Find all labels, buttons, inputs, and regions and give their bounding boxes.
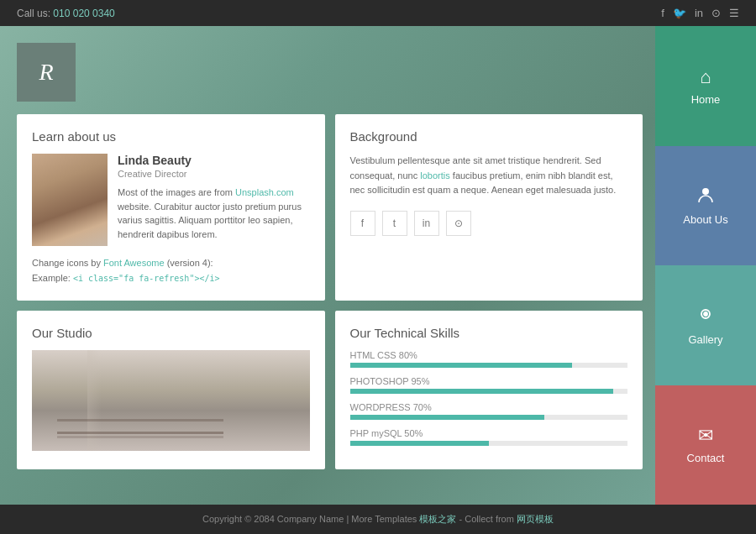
footer-text: Copyright © 2084 Company Name | More Tem… (202, 514, 417, 524)
profile-section: Linda Beauty Creative Director Most of t… (32, 154, 310, 246)
sidebar: ⌂ Home About Us Gallery ✉ Contact (655, 26, 756, 505)
footer-link1[interactable]: 模板之家 (419, 514, 456, 524)
footer: Copyright © 2084 Company Name | More Tem… (0, 505, 756, 534)
skill-label: PHP mySQL 50% (350, 428, 628, 438)
bg-dribbble-btn[interactable]: ⊙ (446, 211, 471, 236)
desc-text2: website. Curabitur auctor justo pretium … (118, 202, 302, 239)
skill-label: PHOTOSHOP 95% (350, 376, 628, 386)
about-icon (696, 186, 715, 208)
logo-box: R (17, 43, 76, 102)
skills-card-title: Our Technical Skills (350, 326, 628, 340)
profile-role: Creative Director (118, 169, 310, 179)
call-label: Call us: (17, 8, 50, 19)
skill-bar-bg (350, 441, 628, 446)
change-label: Change icons by (32, 258, 101, 268)
profile-image (32, 154, 108, 246)
profile-info: Linda Beauty Creative Director Most of t… (118, 154, 310, 246)
contact-label: Contact (687, 452, 725, 464)
profile-desc: Most of the images are from Unsplash.com… (118, 186, 310, 241)
skill-bar-fill (350, 415, 544, 420)
svg-point-2 (704, 312, 707, 316)
skill-item: WORDPRESS 70% (350, 402, 628, 420)
top-social-icons: f 🐦 in ⊙ ☰ (661, 7, 739, 19)
footer-link2[interactable]: 网页模板 (517, 514, 554, 524)
learn-about-us-card: Learn about us Linda Beauty Creative Dir… (17, 114, 325, 301)
dribbble-icon[interactable]: ⊙ (711, 7, 721, 19)
gallery-label: Gallery (688, 333, 722, 346)
top-bar: Call us: 010 020 0340 f 🐦 in ⊙ ☰ (0, 0, 756, 26)
studio-card: Our Studio (17, 311, 325, 469)
cards-grid: Learn about us Linda Beauty Creative Dir… (17, 114, 643, 469)
home-icon: ⌂ (700, 66, 711, 88)
about-label: About Us (683, 213, 727, 226)
linkedin-icon[interactable]: in (695, 7, 703, 19)
version-text: (version 4): (167, 258, 213, 268)
lobortis-link[interactable]: lobortis (420, 170, 449, 181)
skill-bar-fill (350, 441, 489, 446)
sidebar-item-home[interactable]: ⌂ Home (655, 26, 756, 146)
call-number: 010 020 0340 (53, 8, 114, 19)
skill-item: HTML CSS 80% (350, 350, 628, 368)
studio-image (32, 350, 310, 451)
facebook-icon[interactable]: f (661, 7, 664, 19)
desc-text1: Most of the images are from (118, 187, 233, 197)
gallery-icon (696, 305, 715, 328)
studio-card-title: Our Studio (32, 326, 310, 340)
contact-icon: ✉ (698, 425, 713, 447)
twitter-icon[interactable]: 🐦 (673, 7, 686, 19)
skills-list: HTML CSS 80%PHOTOSHOP 95%WORDPRESS 70%PH… (350, 350, 628, 446)
example-code: <i class="fa fa-refresh"></i> (73, 274, 220, 283)
skills-card: Our Technical Skills HTML CSS 80%PHOTOSH… (335, 311, 643, 469)
bg-twitter-btn[interactable]: t (382, 211, 407, 236)
background-social-buttons: f t in ⊙ (350, 211, 628, 236)
sidebar-item-about[interactable]: About Us (655, 146, 756, 266)
font-awesome-link[interactable]: Font Awesome (103, 258, 165, 268)
skill-bar-bg (350, 415, 628, 420)
skill-bar-bg (350, 389, 628, 394)
bg-facebook-btn[interactable]: f (350, 211, 375, 236)
home-label: Home (691, 93, 721, 106)
footer-middle: - Collect from (459, 514, 516, 524)
skill-bar-bg (350, 363, 628, 368)
sidebar-item-gallery[interactable]: Gallery (655, 265, 756, 385)
skill-item: PHOTOSHOP 95% (350, 376, 628, 394)
background-card: Background Vestibulum pellentesque ante … (335, 114, 643, 301)
content-area: R Learn about us Linda Beauty Creative D… (0, 26, 655, 505)
skill-item: PHP mySQL 50% (350, 428, 628, 446)
example-label: Example: (32, 273, 71, 283)
background-text: Vestibulum pellentesque ante sit amet tr… (350, 154, 628, 198)
bg-linkedin-btn[interactable]: in (414, 211, 439, 236)
logo-letter: R (39, 59, 53, 86)
call-info: Call us: 010 020 0340 (17, 8, 115, 19)
svg-point-0 (702, 188, 709, 195)
learn-card-title: Learn about us (32, 129, 310, 144)
background-card-title: Background (350, 129, 628, 144)
sidebar-item-contact[interactable]: ✉ Contact (655, 385, 756, 505)
skill-bar-fill (350, 363, 572, 368)
skill-label: WORDPRESS 70% (350, 402, 628, 412)
main-layout: R Learn about us Linda Beauty Creative D… (0, 26, 756, 505)
skill-label: HTML CSS 80% (350, 350, 628, 360)
rss-icon[interactable]: ☰ (729, 7, 739, 19)
profile-name: Linda Beauty (118, 154, 310, 167)
unsplash-link[interactable]: Unsplash.com (235, 187, 294, 197)
skill-bar-fill (350, 389, 614, 394)
change-icons-text: Change icons by Font Awesome (version 4)… (32, 256, 310, 285)
